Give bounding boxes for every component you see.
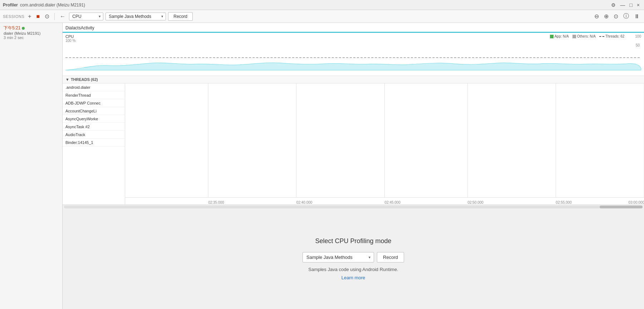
method-dropdown[interactable]: Sample Java Methods Trace Java Methods S… (105, 13, 166, 20)
activity-bar: DialactsActivity (63, 23, 644, 33)
session-duration: 3 min 2 sec (4, 35, 59, 40)
cpu-percent: 100 % (65, 39, 75, 43)
legend-others-icon (572, 35, 576, 38)
add-session-btn[interactable]: + (26, 13, 33, 20)
threads-timeline: 02:35.000 02:40.000 02:45.000 02:50.000 … (125, 83, 644, 204)
activity-name: DialactsActivity (65, 25, 94, 30)
legend-app: App: N/A (550, 34, 569, 38)
pause-btn[interactable]: ⏸ (633, 13, 641, 20)
session-time: 下午5:21 (4, 25, 20, 31)
zoom-out-btn[interactable]: ⊖ (593, 12, 600, 20)
cpu-label-group: CPU 100 % (65, 34, 75, 43)
sidebar: 下午5:21 dialer (Meizu M2191) 3 min 2 sec (0, 23, 63, 309)
activity-bar-indicator (63, 32, 644, 33)
thread-name-item: AccountChangeLi (63, 107, 125, 115)
back-btn[interactable]: ← (58, 13, 67, 20)
tick-5: 02:55.000 (556, 201, 572, 204)
legend-threads-icon (599, 36, 604, 37)
app-id: com.android.dialer (Meizu M2191) (20, 3, 85, 8)
record-btn[interactable]: Record (168, 12, 193, 21)
scrollbar-area (63, 204, 644, 209)
stop-btn[interactable]: ■ (35, 13, 41, 20)
select-panel-section: Select CPU Profiling mode Sample Java Me… (63, 209, 644, 309)
thread-name-item: RenderThread (63, 91, 125, 99)
legend-threads: Threads: 62 (599, 34, 624, 38)
threads-names: .android.dialer RenderThread ADB-JDWP Co… (63, 83, 125, 204)
threads-header: ▼ THREADS (62) (63, 76, 644, 83)
session-item[interactable]: 下午5:21 dialer (Meizu M2191) 3 min 2 sec (0, 23, 62, 42)
cpu-dropdown-wrapper[interactable]: CPU MEMORY NETWORK ENERGY (69, 13, 103, 20)
toolbar-divider-1 (54, 13, 55, 20)
cpu-chart-container: 50 (65, 43, 641, 72)
method-dropdown-wrapper[interactable]: Sample Java Methods Trace Java Methods S… (105, 13, 166, 20)
profiling-mode-dropdown[interactable]: Sample Java Methods Trace Java Methods S… (303, 252, 374, 262)
minimize-btn[interactable]: — (619, 1, 626, 9)
settings-icon[interactable]: ⚙ (610, 1, 617, 9)
tick-2: 02:40.000 (296, 201, 313, 204)
legend-others-label: Others: N/A (577, 34, 596, 38)
y-mid-label: 50 (636, 43, 640, 47)
thread-name-item: ADB-JDWP Connec (63, 99, 125, 107)
fit-btn[interactable]: ⊙ (612, 12, 620, 20)
zoom-in-btn[interactable]: ⊕ (603, 12, 610, 20)
y-max-label: 100 (635, 34, 641, 38)
main-layout: 下午5:21 dialer (Meizu M2191) 3 min 2 sec … (0, 23, 644, 309)
tick-1: 02:35.000 (208, 201, 224, 204)
timeline-grid (125, 83, 644, 197)
scrollbar-track[interactable] (64, 206, 643, 208)
tick-3: 02:45.000 (385, 201, 401, 204)
session-device: dialer (Meizu M2191) (4, 31, 59, 35)
info-btn[interactable]: ⓘ (622, 12, 630, 21)
thread-name-item: AsyncQueryWorke (63, 115, 125, 123)
title-bar: Profiler com.android.dialer (Meizu M2191… (0, 0, 644, 10)
legend-others: Others: N/A (572, 34, 596, 38)
threads-list: .android.dialer RenderThread ADB-JDWP Co… (63, 83, 644, 204)
threads-section: ▼ THREADS (62) .android.dialer RenderThr… (63, 76, 644, 209)
title-bar-left: Profiler com.android.dialer (Meizu M2191… (3, 3, 85, 8)
select-panel-title: Select CPU Profiling mode (315, 237, 391, 245)
tick-4: 02:50.000 (468, 201, 484, 204)
timeline-labels: 02:35.000 02:40.000 02:45.000 02:50.000 … (125, 197, 644, 204)
cpu-section: CPU 100 % App: N/A Others: N/A Threads: … (63, 33, 644, 76)
close-btn[interactable]: × (635, 1, 641, 9)
legend-app-icon (550, 35, 554, 38)
cpu-dropdown[interactable]: CPU MEMORY NETWORK ENERGY (69, 13, 103, 20)
cpu-legend: App: N/A Others: N/A Threads: 62 100 (550, 34, 641, 38)
thread-name-item: .android.dialer (63, 83, 125, 91)
learn-more-link[interactable]: Learn more (341, 275, 365, 280)
toolbar: SESSIONS + ■ ⊙ ← CPU MEMORY NETWORK ENER… (0, 10, 644, 23)
panel-description: Samples Java code using Android Runtime. (308, 267, 398, 272)
tick-6: 03:00.000 (628, 201, 644, 204)
select-panel-dropdown-wrapper[interactable]: Sample Java Methods Trace Java Methods S… (303, 252, 374, 262)
legend-app-label: App: N/A (555, 34, 569, 38)
sessions-label: SESSIONS (3, 14, 24, 19)
record-session-icon[interactable]: ⊙ (43, 12, 51, 20)
content-area: DialactsActivity CPU 100 % App: N/A Othe (63, 23, 644, 309)
title-bar-right: ⚙ — □ × (610, 1, 641, 9)
thread-name-item: AsyncTask #2 (63, 123, 125, 131)
select-panel-overlay: Select CPU Profiling mode Sample Java Me… (63, 209, 644, 309)
scrollbar-thumb[interactable] (600, 206, 643, 208)
legend-threads-label: Threads: 62 (605, 34, 624, 38)
panel-record-btn[interactable]: Record (377, 252, 404, 262)
cpu-chart-svg (65, 43, 641, 72)
thread-name-item: Binder:14145_1 (63, 139, 125, 146)
threads-expand-btn[interactable]: ▼ (65, 77, 69, 82)
session-active-dot (22, 27, 25, 30)
threads-title: THREADS (62) (71, 77, 98, 82)
maximize-btn[interactable]: □ (628, 1, 634, 9)
cpu-label: CPU (65, 34, 75, 39)
thread-name-item: AudioTrack (63, 131, 125, 139)
cpu-header: CPU 100 % App: N/A Others: N/A Threads: … (63, 33, 644, 43)
select-panel-controls: Sample Java Methods Trace Java Methods S… (303, 252, 404, 262)
profiler-label: Profiler (3, 3, 18, 8)
